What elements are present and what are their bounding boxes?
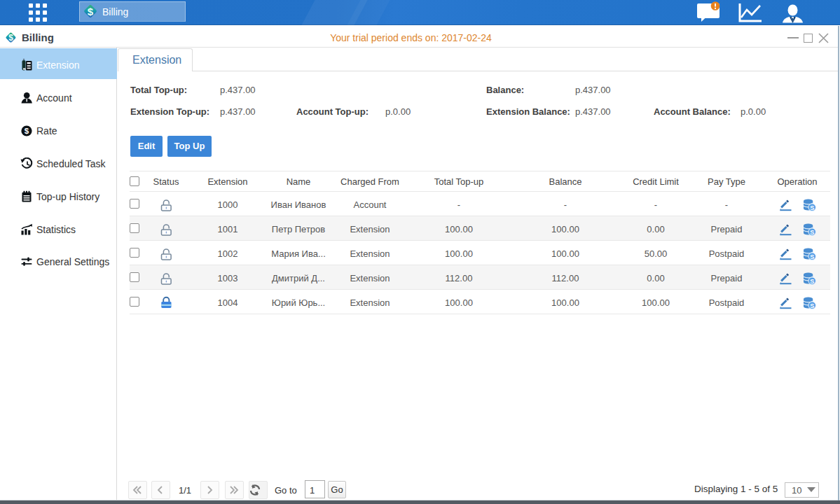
svg-text:$: $ bbox=[25, 127, 29, 135]
